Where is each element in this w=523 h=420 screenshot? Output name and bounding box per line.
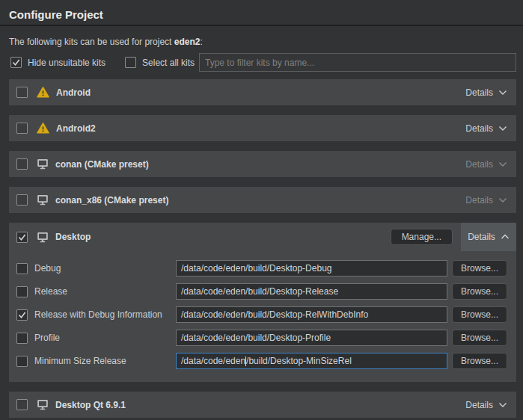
- desktop-icon: [37, 158, 49, 170]
- select-all-label[interactable]: Select all kits: [142, 58, 195, 68]
- kit-checkbox[interactable]: [16, 399, 28, 410]
- kit-checkbox[interactable]: [16, 123, 28, 134]
- kit-checkbox[interactable]: [16, 87, 28, 98]
- chevron-down-icon: [498, 197, 507, 203]
- chevron-down-icon: [498, 90, 507, 96]
- config-row-debug: Debug /data/code/eden/build/Desktop-Debu…: [16, 260, 507, 277]
- build-dir-input[interactable]: /data/code/eden/build/Desktop-RelWithDeb…: [176, 306, 447, 323]
- desktop-icon: [37, 232, 49, 243]
- kit-name: Desktop: [55, 232, 91, 242]
- hide-unsuitable-checkbox[interactable]: [10, 57, 22, 68]
- chevron-down-icon: [498, 402, 507, 408]
- config-label: Debug: [34, 263, 61, 274]
- browse-button[interactable]: Browse...: [452, 330, 507, 346]
- build-dir-input-focused[interactable]: /data/code/eden/build/Desktop-MinSizeRel: [176, 353, 447, 369]
- kit-row-desktop[interactable]: Desktop Manage...: [9, 223, 516, 251]
- browse-button[interactable]: Browse...: [452, 306, 507, 323]
- kit-row-conan[interactable]: conan (CMake preset) Details: [9, 151, 516, 177]
- kit-row-conan-x86[interactable]: conan_x86 (CMake preset) Details: [9, 187, 516, 213]
- select-all-checkbox[interactable]: [125, 57, 136, 68]
- browse-button[interactable]: Browse...: [452, 260, 507, 277]
- details-button[interactable]: Details: [465, 195, 507, 206]
- warning-icon: [37, 87, 49, 98]
- check-icon: [11, 58, 21, 67]
- kit-name: conan_x86 (CMake preset): [55, 195, 168, 206]
- config-label: Release: [34, 286, 67, 297]
- desktop-icon: [37, 399, 49, 410]
- config-label: Profile: [34, 333, 60, 343]
- intro-text: The following kits can be used for proje…: [9, 37, 514, 47]
- build-dir-input[interactable]: /data/code/eden/build/Desktop-Profile: [176, 330, 447, 346]
- kit-name: Android2: [56, 123, 96, 134]
- build-dir-input[interactable]: /data/code/eden/build/Desktop-Debug: [176, 260, 447, 277]
- filter-bar: Hide unsuitable kits Select all kits: [10, 53, 516, 72]
- desktop-icon: [37, 194, 49, 206]
- chevron-down-icon: [498, 161, 507, 167]
- config-label: Minimum Size Release: [34, 356, 126, 366]
- chevron-up-icon: [501, 234, 510, 240]
- warning-icon: [37, 123, 49, 134]
- configure-project-page: Configure Project The following kits can…: [0, 8, 523, 418]
- kit-name: conan (CMake preset): [55, 159, 149, 170]
- details-button[interactable]: Details: [465, 159, 507, 170]
- browse-button[interactable]: Browse...: [452, 283, 507, 300]
- kit-block-desktop: Desktop Manage... Details Debug /data/co…: [9, 223, 516, 382]
- config-row-relwithdebinfo: Release with Debug Information /data/cod…: [16, 306, 507, 323]
- details-button-expanded[interactable]: Details: [461, 223, 516, 251]
- config-checkbox[interactable]: [16, 286, 28, 297]
- page-title: Configure Project: [9, 8, 514, 21]
- config-row-profile: Profile /data/code/eden/build/Desktop-Pr…: [16, 330, 507, 346]
- kit-name: Desktop Qt 6.9.1: [55, 400, 126, 410]
- kit-checkbox[interactable]: [16, 232, 28, 243]
- kit-checkbox[interactable]: [16, 158, 28, 170]
- build-dir-input[interactable]: /data/code/eden/build/Desktop-Release: [176, 283, 447, 300]
- chevron-down-icon: [498, 126, 507, 132]
- kit-checkbox[interactable]: [16, 194, 28, 206]
- config-checkbox[interactable]: [16, 356, 28, 367]
- project-name: eden2: [174, 37, 201, 47]
- kit-list: Android Details Android2 Details: [0, 79, 523, 418]
- details-button[interactable]: Details: [465, 87, 507, 98]
- config-checkbox[interactable]: [16, 263, 28, 274]
- kit-filter-input[interactable]: [199, 53, 516, 72]
- details-button[interactable]: Details: [465, 400, 507, 410]
- config-label: Release with Debug Information: [34, 309, 162, 320]
- details-button[interactable]: Details: [465, 123, 507, 134]
- config-checkbox[interactable]: [16, 333, 28, 344]
- manage-button[interactable]: Manage...: [391, 229, 453, 245]
- hide-unsuitable-label[interactable]: Hide unsuitable kits: [28, 58, 105, 68]
- config-row-minsizerel: Minimum Size Release /data/code/eden/bui…: [16, 353, 507, 369]
- config-checkbox[interactable]: [16, 309, 28, 321]
- browse-button[interactable]: Browse...: [452, 353, 507, 369]
- config-row-release: Release /data/code/eden/build/Desktop-Re…: [16, 283, 507, 300]
- kit-row-desktop-qt[interactable]: Desktop Qt 6.9.1 Details: [9, 392, 516, 418]
- kit-row-android2[interactable]: Android2 Details: [9, 115, 516, 141]
- kit-row-android[interactable]: Android Details: [9, 79, 516, 105]
- kit-name: Android: [56, 87, 91, 98]
- title-separator: [0, 25, 523, 26]
